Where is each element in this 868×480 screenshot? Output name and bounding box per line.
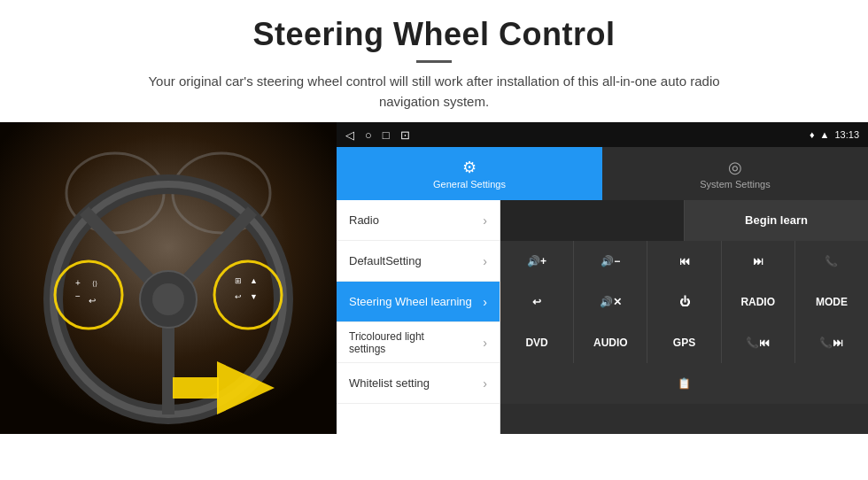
radio-button[interactable]: RADIO <box>722 282 795 322</box>
clock: 13:13 <box>834 129 859 140</box>
nav-back[interactable]: ◁ <box>345 128 354 142</box>
menu-radio-label: Radio <box>349 213 379 227</box>
menu-item-radio[interactable]: Radio › <box>337 200 500 241</box>
android-panel: ◁ ○ □ ⊡ ♦ ▲ 13:13 ⚙ General Settings ◎ S… <box>337 122 868 434</box>
dvd-button[interactable]: DVD <box>500 322 574 363</box>
empty-slot <box>500 200 685 241</box>
control-row-2: 🔊+ 🔊− ⏮ ⏭ 📞 <box>500 241 868 282</box>
svg-text:↩: ↩ <box>89 296 96 306</box>
svg-text:▲: ▲ <box>250 276 258 285</box>
control-row-1: Begin learn <box>500 200 868 241</box>
chevron-icon: › <box>483 336 487 350</box>
menu-whitelist-label: Whitelist setting <box>349 376 430 390</box>
nav-home[interactable]: ○ <box>365 128 372 142</box>
gps-label: GPS <box>673 337 695 349</box>
volume-up-icon: 🔊+ <box>527 255 546 267</box>
mute-icon: 🔊✕ <box>600 296 622 308</box>
phone-button[interactable]: 📞 <box>795 241 868 282</box>
audio-button[interactable]: AUDIO <box>574 322 647 363</box>
radio-label: RADIO <box>740 296 775 308</box>
prev-track-button[interactable]: ⏮ <box>647 241 721 282</box>
tab-general[interactable]: ⚙ General Settings <box>337 147 602 200</box>
content-area: ⚠ + − ⟨⟩ ↩ ⊞ <box>0 122 868 434</box>
svg-point-10 <box>152 283 184 315</box>
steering-wheel-image: ⚠ + − ⟨⟩ ↩ ⊞ <box>0 122 337 434</box>
page-title: Steering Wheel Control <box>35 16 833 53</box>
menu-default-label: DefaultSetting <box>349 254 422 267</box>
tab-system[interactable]: ◎ System Settings <box>602 147 868 200</box>
svg-text:+: + <box>75 278 81 288</box>
menu-tricoloured-label: Tricoloured lightsettings <box>349 330 424 355</box>
extra-button[interactable]: 📋 <box>500 363 868 404</box>
chevron-icon: › <box>483 295 487 309</box>
hangup-icon: ↩ <box>532 296 541 308</box>
phone-icon: 📞 <box>825 255 838 267</box>
menu-list: Radio › DefaultSetting › Steering Wheel … <box>337 200 500 434</box>
chevron-icon: › <box>483 213 487 228</box>
nav-recent[interactable]: □ <box>383 128 390 142</box>
mode-button[interactable]: MODE <box>795 282 868 322</box>
menu-item-tricoloured[interactable]: Tricoloured lightsettings › <box>337 322 500 363</box>
svg-text:▼: ▼ <box>250 292 258 301</box>
mute-button[interactable]: 🔊✕ <box>574 282 647 322</box>
svg-text:⊞: ⊞ <box>235 276 242 285</box>
svg-text:−: − <box>75 291 81 301</box>
header-section: Steering Wheel Control Your original car… <box>0 0 868 122</box>
svg-rect-22 <box>173 377 219 399</box>
general-settings-icon: ⚙ <box>462 158 477 177</box>
subtitle-text: Your original car's steering wheel contr… <box>133 72 735 112</box>
next-track-icon: ⏭ <box>753 255 763 267</box>
power-button[interactable]: ⏻ <box>647 282 721 322</box>
signal-icon: ♦ <box>810 129 815 140</box>
svg-text:↩: ↩ <box>235 292 242 301</box>
control-panel: Begin learn 🔊+ 🔊− ⏮ ⏭ <box>500 200 868 434</box>
begin-learn-button[interactable]: Begin learn <box>685 200 868 241</box>
mode-label: MODE <box>816 296 848 308</box>
dvd-label: DVD <box>525 337 547 349</box>
hangup-button[interactable]: ↩ <box>500 282 574 322</box>
tel-prev-icon: 📞⏮ <box>746 337 770 349</box>
title-divider <box>416 60 452 63</box>
tab-bar: ⚙ General Settings ◎ System Settings <box>337 147 868 200</box>
volume-down-icon: 🔊− <box>601 255 620 267</box>
chevron-icon: › <box>483 254 487 268</box>
volume-up-button[interactable]: 🔊+ <box>500 241 574 282</box>
control-row-5: 📋 <box>500 363 868 404</box>
volume-down-button[interactable]: 🔊− <box>574 241 647 282</box>
extra-icon: 📋 <box>678 377 691 390</box>
nav-extra[interactable]: ⊡ <box>400 128 410 142</box>
menu-item-whitelist[interactable]: Whitelist setting › <box>337 363 500 404</box>
power-icon: ⏻ <box>679 296 690 308</box>
chevron-icon: › <box>483 376 487 391</box>
menu-item-steering[interactable]: Steering Wheel learning › <box>337 282 500 322</box>
status-bar: ◁ ○ □ ⊡ ♦ ▲ 13:13 <box>337 122 868 147</box>
control-row-3: ↩ 🔊✕ ⏻ RADIO MODE <box>500 282 868 322</box>
next-track-button[interactable]: ⏭ <box>722 241 795 282</box>
main-content: Radio › DefaultSetting › Steering Wheel … <box>337 200 868 434</box>
prev-track-icon: ⏮ <box>679 255 690 267</box>
tab-general-label: General Settings <box>433 179 506 190</box>
tel-prev-button[interactable]: 📞⏮ <box>722 322 795 363</box>
menu-item-default[interactable]: DefaultSetting › <box>337 241 500 282</box>
control-row-4: DVD AUDIO GPS 📞⏮ 📞⏭ <box>500 322 868 363</box>
system-settings-icon: ◎ <box>728 158 742 177</box>
menu-steering-label: Steering Wheel learning <box>349 295 472 308</box>
wifi-icon: ▲ <box>820 129 830 140</box>
tel-next-icon: 📞⏭ <box>819 337 843 349</box>
tel-next-button[interactable]: 📞⏭ <box>795 322 868 363</box>
gps-button[interactable]: GPS <box>647 322 721 363</box>
svg-text:⟨⟩: ⟨⟩ <box>92 280 97 288</box>
audio-label: AUDIO <box>593 337 628 349</box>
tab-system-label: System Settings <box>700 179 770 190</box>
